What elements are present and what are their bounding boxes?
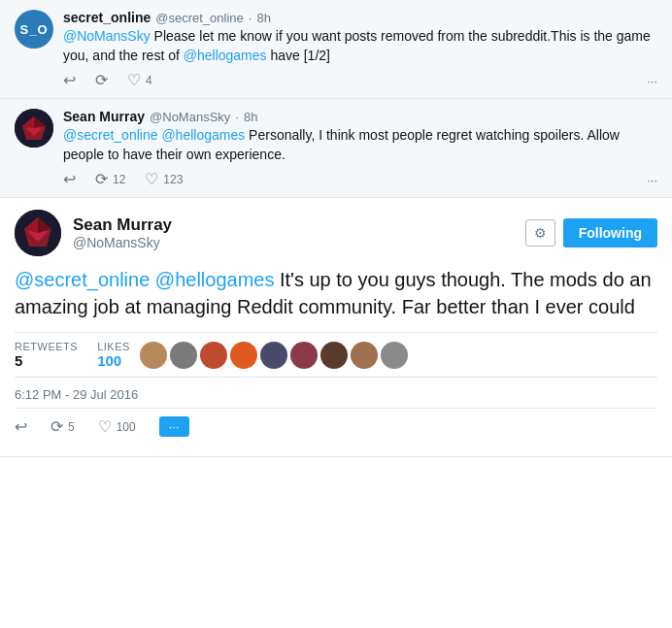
reply-action-main[interactable]: ↩ bbox=[15, 416, 27, 437]
likes-label: LIKES bbox=[97, 341, 130, 352]
sean-avatar-svg-2 bbox=[15, 109, 53, 148]
main-tweet-header: Sean Murray @NoMansSky ⚙ Following bbox=[15, 210, 657, 256]
like-action-main[interactable]: ♡ 100 bbox=[98, 416, 136, 437]
main-tweet-handle: @NoMansSky bbox=[73, 235, 514, 250]
more-icon-main: ··· bbox=[169, 419, 180, 434]
reply-icon-1: ↩ bbox=[63, 73, 76, 88]
like-count-main: 100 bbox=[117, 420, 136, 434]
liker-8 bbox=[351, 342, 378, 369]
main-mention1[interactable]: @secret_online bbox=[15, 269, 150, 290]
reply-action-1[interactable]: ↩ bbox=[63, 73, 76, 88]
tweet-1-handle: @secret_online bbox=[155, 11, 244, 25]
liker-3 bbox=[200, 342, 227, 369]
retweets-label: RETWEETS bbox=[15, 341, 78, 352]
reply-icon-2: ↩ bbox=[63, 172, 76, 187]
retweet-count-main: 5 bbox=[68, 420, 75, 434]
liker-5 bbox=[260, 342, 287, 369]
tweet-1-plain: Please let me know if you want posts rem… bbox=[63, 28, 651, 63]
retweet-icon-2: ⟳ bbox=[95, 172, 108, 187]
tweet-2: Sean Murray @NoMansSky · 8h @secret_onli… bbox=[0, 99, 672, 198]
tweet-1-time: 8h bbox=[256, 11, 270, 25]
retweet-action-2[interactable]: ⟳ 12 bbox=[95, 172, 125, 187]
main-tweet-user: Sean Murray @NoMansSky bbox=[73, 215, 514, 250]
tweet-1-dot: · bbox=[249, 11, 252, 25]
following-button[interactable]: Following bbox=[563, 218, 657, 248]
tweet-2-mention2[interactable]: @hellogames bbox=[161, 127, 245, 143]
liker-2 bbox=[170, 342, 197, 369]
tweet-1-header: secret_online @secret_online · 8h bbox=[63, 10, 657, 25]
tweet-2-time: 8h bbox=[244, 110, 257, 124]
sean-avatar-svg-main bbox=[15, 210, 61, 256]
retweet-action-1[interactable]: ⟳ bbox=[95, 73, 108, 88]
likers-row bbox=[140, 342, 408, 369]
likes-stat: LIKES 100 bbox=[97, 341, 130, 369]
like-count-1: 4 bbox=[146, 74, 152, 87]
heart-icon-main: ♡ bbox=[98, 419, 112, 435]
tweet-1: S_O secret_online @secret_online · 8h @N… bbox=[0, 0, 672, 99]
tweet-2-actions: ↩ ⟳ 12 ♡ 123 ··· bbox=[63, 172, 657, 187]
retweet-count-2: 12 bbox=[113, 173, 125, 186]
tweet-timestamp: 6:12 PM - 29 Jul 2016 bbox=[15, 381, 657, 409]
retweet-action-main[interactable]: ⟳ 5 bbox=[50, 416, 75, 437]
main-tweet: Sean Murray @NoMansSky ⚙ Following @secr… bbox=[0, 198, 672, 457]
tweet-2-dot: · bbox=[235, 110, 239, 124]
heart-icon-2: ♡ bbox=[145, 172, 158, 187]
tweet-1-name: secret_online bbox=[63, 10, 151, 25]
tweet-2-mention1[interactable]: @secret_online bbox=[63, 127, 158, 143]
gear-button[interactable]: ⚙ bbox=[525, 219, 555, 247]
liker-6 bbox=[290, 342, 318, 369]
liker-1 bbox=[140, 342, 167, 369]
more-action-main[interactable]: ··· bbox=[159, 416, 189, 437]
heart-icon-1: ♡ bbox=[127, 73, 141, 88]
main-mention2[interactable]: @hellogames bbox=[155, 269, 275, 290]
avatar-sean-2 bbox=[15, 109, 53, 148]
tweet-2-header: Sean Murray @NoMansSky · 8h bbox=[63, 109, 657, 124]
tweet-1-suffix: have [1/2] bbox=[270, 48, 330, 63]
retweet-icon-1: ⟳ bbox=[95, 73, 108, 88]
more-action-2[interactable]: ··· bbox=[647, 173, 657, 187]
main-tweet-action-buttons: ⚙ Following bbox=[525, 218, 657, 248]
retweets-stat: RETWEETS 5 bbox=[15, 341, 78, 369]
main-tweet-text: @secret_online @hellogames It's up to yo… bbox=[15, 266, 657, 320]
stats-row: RETWEETS 5 LIKES 100 bbox=[15, 332, 657, 378]
tweet-2-name: Sean Murray bbox=[63, 109, 145, 124]
liker-4 bbox=[230, 342, 257, 369]
tweet-1-mention2[interactable]: @hellogames bbox=[184, 48, 267, 63]
main-tweet-name: Sean Murray bbox=[73, 215, 514, 235]
reply-action-2[interactable]: ↩ bbox=[63, 172, 76, 187]
more-action-1[interactable]: ··· bbox=[647, 74, 657, 88]
avatar-sean-main bbox=[15, 210, 61, 256]
reply-icon-main: ↩ bbox=[15, 419, 27, 435]
more-icon-2: ··· bbox=[647, 173, 657, 187]
retweets-count: 5 bbox=[15, 352, 78, 369]
retweet-icon-main: ⟳ bbox=[50, 419, 63, 435]
like-action-2[interactable]: ♡ 123 bbox=[145, 172, 183, 187]
tweet-2-handle: @NoMansSky bbox=[150, 110, 230, 124]
like-action-1[interactable]: ♡ 4 bbox=[127, 73, 152, 88]
avatar-secret-online: S_O bbox=[15, 10, 53, 49]
tweet-1-body: secret_online @secret_online · 8h @NoMan… bbox=[63, 10, 657, 88]
tweet-1-actions: ↩ ⟳ ♡ 4 ··· bbox=[63, 73, 657, 88]
main-actions-row: ↩ ⟳ 5 ♡ 100 ··· bbox=[15, 409, 657, 445]
tweet-2-text: @secret_online @hellogames Personally, I… bbox=[63, 126, 657, 164]
tweet-2-body: Sean Murray @NoMansSky · 8h @secret_onli… bbox=[63, 109, 657, 187]
like-count-2: 123 bbox=[163, 173, 183, 186]
tweet-1-mention1[interactable]: @NoMansSky bbox=[63, 28, 151, 44]
gear-icon: ⚙ bbox=[534, 225, 547, 241]
likes-count: 100 bbox=[97, 352, 130, 369]
stats-group: RETWEETS 5 LIKES 100 bbox=[15, 341, 130, 369]
tweet-1-text: @NoMansSky Please let me know if you wan… bbox=[63, 27, 657, 65]
liker-7 bbox=[320, 342, 348, 369]
more-icon-1: ··· bbox=[647, 74, 657, 88]
liker-9 bbox=[381, 342, 408, 369]
